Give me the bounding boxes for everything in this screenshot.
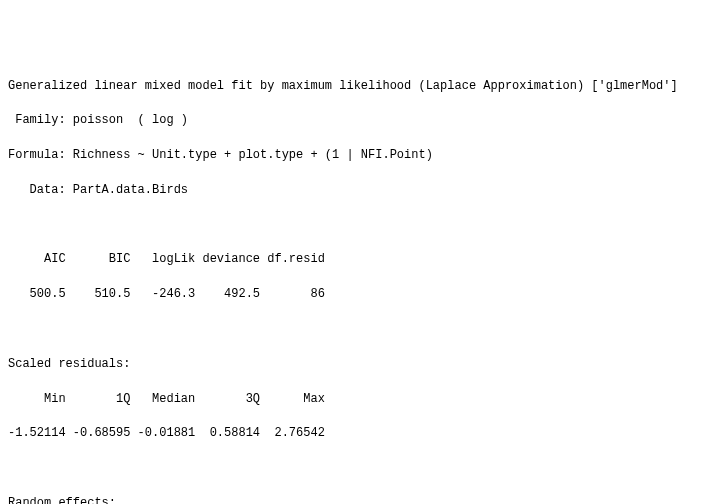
- residuals-header: Min 1Q Median 3Q Max: [8, 392, 332, 406]
- formula-line: Formula: Richness ~ Unit.type + plot.typ…: [8, 148, 433, 162]
- fitstats-values: 500.5 510.5 -246.3 492.5 86: [8, 287, 332, 301]
- fitstats-header: AIC BIC logLik deviance df.resid: [8, 252, 332, 266]
- residuals-title: Scaled residuals:: [8, 357, 138, 371]
- data-line: Data: PartA.data.Birds: [8, 183, 188, 197]
- model-header: Generalized linear mixed model fit by ma…: [8, 79, 678, 93]
- random-title: Random effects:: [8, 496, 116, 504]
- family-line: Family: poisson ( log ): [8, 113, 188, 127]
- residuals-values: -1.52114 -0.68595 -0.01881 0.58814 2.765…: [8, 426, 332, 440]
